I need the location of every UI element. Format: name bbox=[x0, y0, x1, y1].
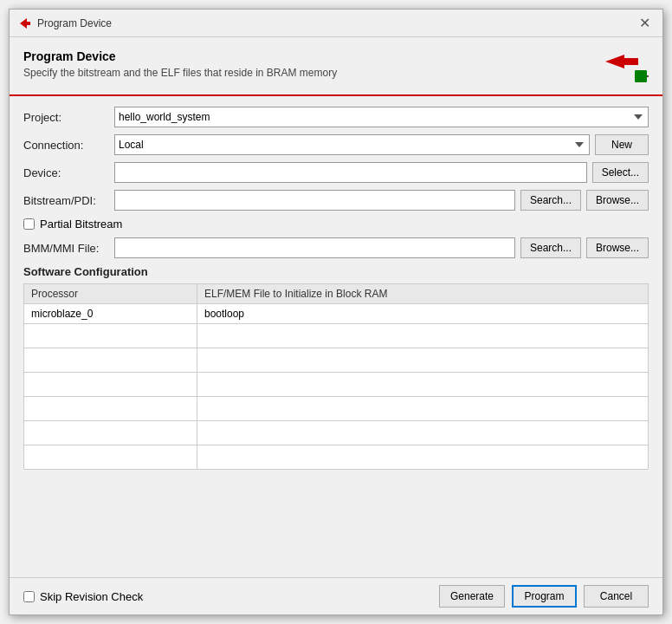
software-configuration-section: Software Configuration Processor ELF/MEM… bbox=[23, 265, 649, 470]
device-row: Device: Auto Detect Select... bbox=[23, 162, 649, 183]
elf-file-cell bbox=[197, 373, 649, 397]
skip-revision-label[interactable]: Skip Revision Check bbox=[40, 590, 143, 603]
footer-right: Generate Program Cancel bbox=[439, 585, 649, 608]
svg-marker-1 bbox=[605, 55, 638, 68]
device-label: Device: bbox=[23, 166, 114, 179]
header-icon-group bbox=[604, 49, 649, 86]
bmm-browse-button[interactable]: Browse... bbox=[586, 237, 649, 258]
bitstream-row: Bitstream/PDI: ${project_loc:hello_world… bbox=[23, 190, 649, 211]
bitstream-label: Bitstream/PDI: bbox=[23, 194, 114, 207]
col-elf-header: ELF/MEM File to Initialize in Block RAM bbox=[197, 284, 649, 304]
table-row bbox=[24, 348, 649, 373]
program-button[interactable]: Program bbox=[512, 585, 577, 608]
elf-file-cell bbox=[197, 445, 649, 470]
title-bar-left: Program Device bbox=[18, 16, 112, 30]
connection-label: Connection: bbox=[23, 139, 114, 152]
skip-revision-checkbox[interactable] bbox=[23, 591, 35, 602]
generate-button[interactable]: Generate bbox=[439, 585, 505, 608]
elf-file-cell bbox=[197, 324, 649, 348]
project-control: hello_world_system bbox=[114, 107, 649, 127]
partial-bitstream-label[interactable]: Partial Bitstream bbox=[40, 218, 122, 231]
processor-cell bbox=[24, 397, 197, 421]
project-row: Project: hello_world_system bbox=[23, 107, 649, 127]
bmm-label: BMM/MMI File: bbox=[23, 242, 114, 255]
table-row bbox=[24, 445, 649, 470]
svg-marker-0 bbox=[20, 18, 30, 29]
bitstream-control: ${project_loc:hello_world}/_ide/bitstrea… bbox=[114, 190, 649, 211]
footer-left: Skip Revision Check bbox=[23, 590, 143, 603]
select-button[interactable]: Select... bbox=[592, 162, 649, 183]
project-select[interactable]: hello_world_system bbox=[114, 107, 649, 127]
bitstream-browse-button[interactable]: Browse... bbox=[586, 190, 649, 211]
dialog-header: Program Device Specify the bitstream and… bbox=[10, 37, 662, 96]
bmm-control: ${project_loc:hello_world}/_ide/bitstrea… bbox=[114, 237, 649, 258]
dialog-footer: Skip Revision Check Generate Program Can… bbox=[10, 577, 662, 614]
dialog-main-title: Program Device bbox=[23, 49, 337, 63]
app-icon bbox=[18, 16, 32, 30]
software-table: Processor ELF/MEM File to Initialize in … bbox=[23, 283, 649, 470]
partial-bitstream-row: Partial Bitstream bbox=[23, 218, 649, 231]
table-row: microblaze_0bootloop bbox=[24, 304, 649, 324]
program-icon bbox=[604, 49, 649, 86]
software-config-title: Software Configuration bbox=[23, 265, 649, 278]
svg-rect-2 bbox=[635, 70, 647, 82]
processor-cell bbox=[24, 421, 197, 445]
close-button[interactable]: ✕ bbox=[636, 16, 654, 30]
col-processor-header: Processor bbox=[24, 284, 197, 304]
bmm-search-button[interactable]: Search... bbox=[520, 237, 581, 258]
table-row bbox=[24, 421, 649, 445]
connection-control: Local New bbox=[114, 134, 649, 155]
elf-file-cell bbox=[197, 421, 649, 445]
device-input[interactable]: Auto Detect bbox=[114, 162, 587, 183]
processor-cell bbox=[24, 373, 197, 397]
table-row bbox=[24, 397, 649, 421]
table-row bbox=[24, 324, 649, 348]
connection-row: Connection: Local New bbox=[23, 134, 649, 155]
device-control: Auto Detect Select... bbox=[114, 162, 649, 183]
elf-file-cell bbox=[197, 397, 649, 421]
dialog-subtitle: Specify the bitstream and the ELF files … bbox=[23, 67, 337, 79]
dialog-body: Project: hello_world_system Connection: … bbox=[10, 96, 662, 577]
bmm-row: BMM/MMI File: ${project_loc:hello_world}… bbox=[23, 237, 649, 258]
new-button[interactable]: New bbox=[595, 134, 649, 155]
bmm-input[interactable]: ${project_loc:hello_world}/_ide/bitstrea… bbox=[114, 237, 515, 258]
elf-file-cell: bootloop bbox=[197, 304, 649, 324]
project-label: Project: bbox=[23, 111, 114, 124]
bitstream-search-button[interactable]: Search... bbox=[520, 190, 581, 211]
header-text: Program Device Specify the bitstream and… bbox=[23, 49, 337, 79]
table-row bbox=[24, 373, 649, 397]
dialog-title-text: Program Device bbox=[37, 17, 112, 29]
program-device-dialog: Program Device ✕ Program Device Specify … bbox=[9, 9, 663, 615]
title-bar: Program Device ✕ bbox=[10, 10, 662, 37]
partial-bitstream-checkbox[interactable] bbox=[23, 218, 35, 230]
cancel-button[interactable]: Cancel bbox=[584, 585, 649, 608]
elf-file-cell bbox=[197, 348, 649, 373]
bitstream-input[interactable]: ${project_loc:hello_world}/_ide/bitstrea… bbox=[114, 190, 515, 211]
processor-cell bbox=[24, 324, 197, 348]
connection-select[interactable]: Local bbox=[114, 134, 590, 155]
processor-cell bbox=[24, 348, 197, 373]
processor-cell bbox=[24, 445, 197, 470]
processor-cell: microblaze_0 bbox=[24, 304, 197, 324]
